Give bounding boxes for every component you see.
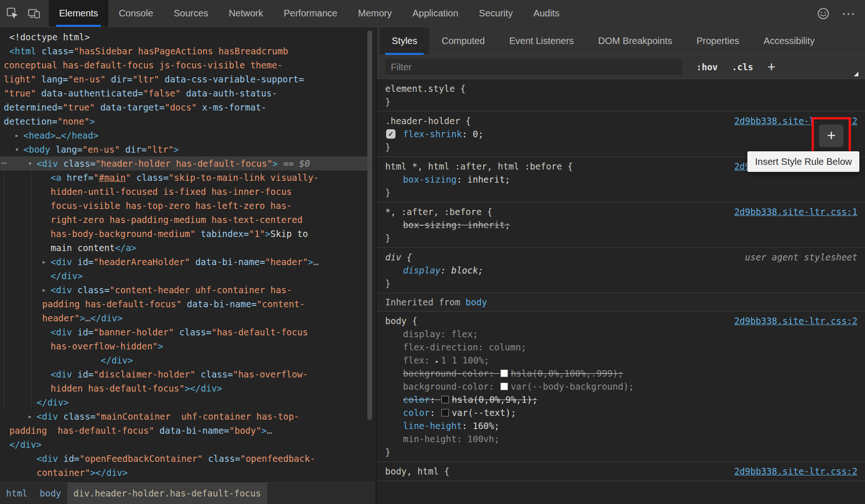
color-swatch-dark[interactable]	[441, 396, 449, 403]
stylesheet-source-link[interactable]: 2d9bb338.site-ltr.css:1	[734, 205, 858, 218]
rule-selector[interactable]: body, html {2d9bb338.site-ltr.css:2	[377, 465, 865, 478]
dom-node[interactable]: <div id="openFeedbackContainer" class="o…	[0, 452, 368, 466]
collapse-arrow-icon[interactable]: ▾	[25, 156, 35, 170]
dom-node[interactable]: conceptual has-default-focus js-focus-vi…	[0, 58, 368, 72]
rule-selector[interactable]: .header-holder {2d9bb338.site-ltr.css:2	[377, 114, 865, 127]
rule-selector[interactable]: *, :after, :before {2d9bb338.site-ltr.cs…	[377, 205, 865, 218]
rule-selector[interactable]: div {user agent stylesheet	[377, 251, 865, 264]
css-property-name[interactable]: background-color	[403, 368, 489, 378]
dom-node[interactable]: focus-visible has-top-zero has-left-zero…	[0, 199, 368, 213]
css-declaration-background-color[interactable]: background-color: var(--body-background)…	[377, 380, 865, 393]
color-swatch-white[interactable]	[500, 370, 508, 377]
css-property-value[interactable]: var(--text);	[452, 408, 516, 418]
css-property-name[interactable]: flex-shrink	[403, 129, 462, 139]
css-declaration-box-sizing[interactable]: box-sizing: inherit;	[377, 173, 865, 186]
css-property-value[interactable]: var(--body-background);	[511, 381, 634, 392]
dom-node[interactable]: ▾<body lang="en-us" dir="ltr">	[0, 142, 368, 156]
dom-node[interactable]: "true" data-authenticated="false" data-a…	[0, 86, 368, 100]
sidebar-tab-properties[interactable]: Properties	[684, 27, 751, 55]
dom-node[interactable]: </div>	[0, 437, 368, 452]
feedback-smiley-icon[interactable]	[816, 7, 830, 21]
dom-node[interactable]: right-zero has-padding-medium has-text-c…	[0, 213, 368, 227]
styles-filter-input[interactable]	[385, 59, 682, 75]
css-property-value[interactable]: 100vh;	[467, 434, 500, 444]
tab-performance[interactable]: Performance	[274, 0, 348, 27]
dom-node[interactable]: has-body-background-medium" tabindex="1"…	[0, 227, 368, 241]
expand-shorthand-icon[interactable]: ▸	[435, 357, 439, 365]
css-property-name[interactable]: box-sizing	[403, 174, 456, 185]
css-declaration-line-height[interactable]: line-height: 160%;	[377, 419, 865, 432]
inherited-from-node-link[interactable]: body	[466, 297, 487, 307]
tab-security[interactable]: Security	[469, 0, 523, 27]
css-property-value[interactable]: 0;	[473, 129, 484, 139]
css-property-name[interactable]: color	[403, 408, 430, 418]
dom-node[interactable]: padding has-default-focus" data-bi-name=…	[0, 297, 368, 311]
dom-node[interactable]: ▸<div class="mainContainer uhf-container…	[0, 409, 368, 423]
css-declaration-background-color[interactable]: background-color: hsla(0,0%,100%,.999);	[377, 367, 865, 380]
tab-sources[interactable]: Sources	[164, 0, 218, 27]
dom-node[interactable]: <div id="banner-holder" class="has-defau…	[0, 325, 368, 339]
dom-node[interactable]: ▸<head>…</head>	[0, 128, 368, 142]
css-declaration-flex[interactable]: flex: ▸1 1 100%;	[377, 354, 865, 367]
dom-node[interactable]: header">…</div>	[0, 311, 368, 325]
css-declaration-color[interactable]: color: var(--text);	[377, 406, 865, 419]
dom-node[interactable]: <!doctype html>	[0, 30, 368, 44]
breadcrumb-item-div[interactable]: div.header-holder.has-default-focus	[67, 483, 267, 504]
dom-node[interactable]: </div>	[0, 353, 368, 367]
css-declaration-flex-direction[interactable]: flex-direction: column;	[377, 341, 865, 354]
element-classes-button[interactable]: .cls	[732, 62, 753, 72]
css-declaration-display[interactable]: display: block;	[377, 264, 865, 277]
dom-node[interactable]: hidden has-default-focus"></div>	[0, 381, 368, 395]
dom-node[interactable]: </div>	[0, 395, 368, 409]
css-property-value[interactable]: hsla(0,0%,9%,1);	[452, 394, 537, 405]
inspect-icon[interactable]	[6, 7, 20, 21]
expand-arrow-icon[interactable]: ▸	[25, 409, 35, 423]
dom-node[interactable]: <html class="hasSidebar hasPageActions h…	[0, 44, 368, 58]
sidebar-tab-dom-breakpoints[interactable]: DOM Breakpoints	[586, 27, 685, 55]
css-property-name[interactable]: line-height	[403, 421, 462, 431]
breadcrumb-item-html[interactable]: html	[0, 483, 34, 504]
css-property-value[interactable]: column;	[489, 342, 526, 352]
css-property-value[interactable]: block;	[451, 265, 484, 275]
stylesheet-source-link[interactable]: 2d9bb338.site-ltr.css:2	[734, 314, 858, 327]
sidebar-tab-styles[interactable]: Styles	[380, 27, 429, 55]
rule-selector[interactable]: element.style {	[377, 82, 865, 95]
tab-memory[interactable]: Memory	[348, 0, 402, 27]
toggle-element-state-button[interactable]: :hov	[696, 62, 718, 72]
css-property-value[interactable]: hsla(0,0%,100%,.999);	[511, 368, 623, 378]
expand-arrow-icon[interactable]: ▸	[12, 128, 22, 142]
breadcrumb-item-body[interactable]: body	[34, 483, 67, 504]
device-toolbar-icon[interactable]	[27, 7, 41, 21]
dom-node[interactable]: light" lang="en-us" dir="ltr" data-css-v…	[0, 72, 368, 86]
css-property-name[interactable]: display	[403, 329, 440, 339]
dom-node[interactable]: <div id="disclaimer-holder" class="has-o…	[0, 367, 368, 381]
tab-elements[interactable]: Elements	[49, 0, 108, 27]
node-overflow-dots-icon[interactable]: …	[1, 154, 7, 168]
dom-node[interactable]: container"></div>	[0, 466, 368, 480]
color-swatch-dark[interactable]	[441, 409, 449, 416]
dom-node-selected[interactable]: ▾…<div class="header-holder has-default-…	[0, 156, 368, 170]
dom-node[interactable]: ▸<div class="content-header uhf-containe…	[0, 283, 368, 297]
css-declaration-display[interactable]: display: flex;	[377, 327, 865, 341]
css-property-name[interactable]: background-color	[403, 381, 489, 392]
dom-node[interactable]: <a href="#main" class="skip-to-main-link…	[0, 170, 368, 185]
css-declaration-min-height[interactable]: min-height: 100vh;	[377, 432, 865, 445]
css-property-name[interactable]: box-sizing	[403, 220, 456, 230]
tab-application[interactable]: Application	[402, 0, 469, 27]
tab-audits[interactable]: Audits	[523, 0, 570, 27]
dom-node[interactable]: ▸<div id="headerAreaHolder" data-bi-name…	[0, 255, 368, 269]
css-property-name[interactable]: flex	[403, 355, 425, 365]
elements-scrollbar-thumb[interactable]	[367, 30, 372, 420]
rule-selector[interactable]: body {2d9bb338.site-ltr.css:2	[377, 314, 865, 327]
dom-node[interactable]: has-overflow-hidden">	[0, 339, 368, 353]
css-property-value[interactable]: flex;	[451, 329, 478, 339]
css-property-value[interactable]: inherit;	[467, 220, 510, 230]
stylesheet-source-link[interactable]: 2d9bb338.site-ltr.css:2	[734, 465, 858, 478]
css-property-name[interactable]: color	[403, 394, 430, 405]
sidebar-tab-event-listeners[interactable]: Event Listeners	[497, 27, 586, 55]
dom-node[interactable]: main content</a>	[0, 241, 368, 255]
dom-node[interactable]: detection="none">	[0, 114, 368, 128]
tab-console[interactable]: Console	[108, 0, 163, 27]
expand-arrow-icon[interactable]: ▸	[39, 283, 49, 297]
css-declaration-flex-shrink[interactable]: ✓flex-shrink: 0;	[377, 127, 865, 141]
